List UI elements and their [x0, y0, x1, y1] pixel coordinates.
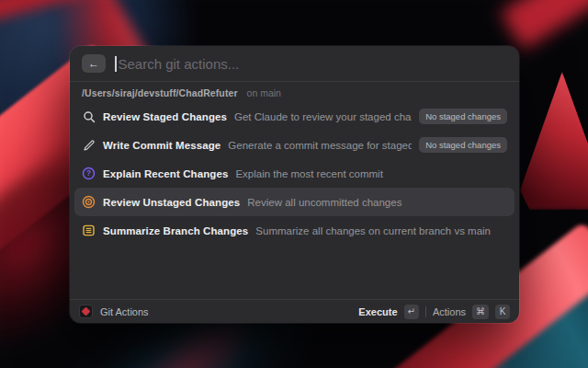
question-circle-icon: ? — [82, 167, 96, 180]
list-item-review-unstaged-changes[interactable]: Review Unstaged Changes Review all uncom… — [74, 188, 514, 216]
status-badge: No staged changes — [419, 109, 507, 124]
footer-app-label: Git Actions — [100, 306, 149, 317]
text-caret — [115, 56, 117, 72]
action-list: Review Staged Changes Get Claude to revi… — [70, 102, 519, 245]
footer-bar: Git Actions Execute ↵ Actions ⌘ K — [70, 299, 519, 323]
magnifier-icon — [82, 109, 96, 123]
item-subtitle: Get Claude to review your staged changes — [234, 111, 412, 122]
item-title: Explain Recent Changes — [103, 168, 228, 179]
wallpaper-shape — [520, 72, 588, 210]
back-arrow-icon: ← — [88, 58, 99, 69]
divider — [425, 306, 426, 317]
item-subtitle: Summarize all changes on current branch … — [255, 225, 507, 236]
list-box-icon — [82, 224, 96, 237]
list-item-review-staged-changes[interactable]: Review Staged Changes Get Claude to revi… — [74, 102, 514, 131]
pencil-icon — [82, 138, 96, 152]
back-button[interactable]: ← — [82, 54, 106, 73]
execute-button[interactable]: Execute — [358, 306, 397, 317]
branch-label: on main — [247, 87, 281, 98]
item-subtitle: Generate a commit message for staged cha… — [228, 140, 412, 151]
footer-shortcuts: Execute ↵ Actions ⌘ K — [358, 305, 510, 319]
search-input[interactable]: Search git actions... — [115, 56, 507, 72]
item-title: Review Staged Changes — [103, 111, 227, 122]
actions-menu-button[interactable]: Actions — [433, 306, 466, 317]
item-title: Write Commit Message — [103, 140, 220, 151]
item-subtitle: Review all uncommitted changes — [247, 197, 507, 208]
item-subtitle: Explain the most recent commit — [235, 168, 507, 179]
item-title: Review Unstaged Changes — [103, 197, 240, 208]
red-diamond-icon — [82, 307, 91, 316]
list-item-write-commit-message[interactable]: Write Commit Message Generate a commit m… — [74, 131, 514, 159]
search-placeholder: Search git actions... — [119, 56, 240, 72]
wallpaper-shape — [500, 0, 588, 50]
search-bar: ← Search git actions... — [70, 46, 519, 81]
list-item-explain-recent-changes[interactable]: ? Explain Recent Changes Explain the mos… — [74, 159, 514, 188]
empty-results-area — [70, 245, 519, 299]
bullseye-icon — [82, 195, 96, 209]
return-key-icon: ↵ — [404, 305, 419, 319]
item-title: Summarize Branch Changes — [103, 225, 248, 236]
command-key-icon: ⌘ — [472, 305, 489, 319]
status-badge: No staged changes — [419, 137, 507, 153]
git-actions-extension-icon — [79, 305, 93, 318]
list-item-summarize-branch-changes[interactable]: Summarize Branch Changes Summarize all c… — [74, 216, 514, 245]
repo-path: /Users/siraj/devstuff/ChadRefuter — [82, 87, 238, 98]
command-palette-window: ← Search git actions... /Users/siraj/dev… — [70, 46, 519, 323]
section-header: /Users/siraj/devstuff/ChadRefuter on mai… — [70, 82, 519, 102]
k-key-icon: K — [495, 305, 510, 319]
svg-text:?: ? — [86, 169, 91, 178]
